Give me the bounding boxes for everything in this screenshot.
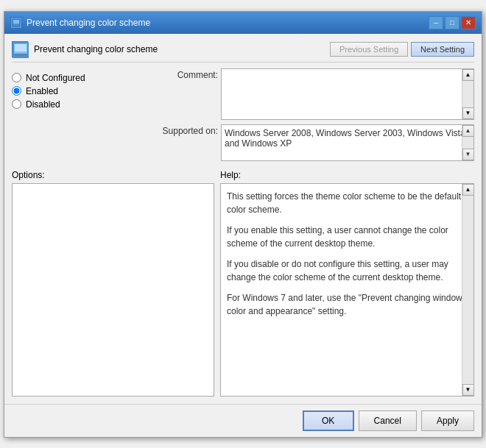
- radio-not-configured-input[interactable]: [12, 73, 21, 82]
- maximize-button[interactable]: □: [445, 16, 459, 29]
- supported-row: Supported on: Windows Server 2008, Windo…: [152, 124, 474, 161]
- header-title: Prevent changing color scheme: [34, 44, 158, 54]
- supported-track: [462, 137, 473, 149]
- radio-disabled[interactable]: Disabled: [12, 99, 152, 110]
- bottom-section: Options: Help: This setting forces the t…: [12, 170, 474, 397]
- header-left: Prevent changing color scheme: [12, 41, 158, 57]
- help-para-4: For Windows 7 and later, use the "Preven…: [227, 291, 468, 318]
- help-track: [462, 196, 473, 384]
- dialog-content: Prevent changing color scheme Previous S…: [4, 34, 482, 404]
- radio-disabled-label: Disabled: [26, 99, 60, 110]
- supported-scrollbar: ▲ ▼: [462, 125, 473, 160]
- supported-label: Supported on:: [152, 124, 218, 136]
- comment-box: ▲ ▼: [221, 68, 474, 120]
- footer: OK Cancel Apply: [4, 404, 482, 437]
- right-panel: Comment: ▲ ▼ Supported on: Windows Serve…: [152, 68, 474, 161]
- window-icon: [10, 17, 22, 29]
- help-para-3: If you disable or do not configure this …: [227, 257, 468, 284]
- titlebar-left: Prevent changing color scheme: [10, 17, 150, 29]
- help-para-1: This setting forces the theme color sche…: [227, 190, 468, 216]
- scroll-down-btn[interactable]: ▼: [462, 107, 474, 119]
- main-area: Not Configured Enabled Disabled Comment:: [12, 68, 474, 161]
- minimize-button[interactable]: –: [429, 16, 443, 29]
- supported-scroll-up[interactable]: ▲: [462, 125, 474, 137]
- next-setting-button[interactable]: Next Setting: [411, 42, 474, 57]
- scroll-track: [462, 81, 473, 107]
- comment-row: Comment: ▲ ▼: [152, 68, 474, 120]
- radio-disabled-input[interactable]: [12, 99, 21, 109]
- window-title: Prevent changing color scheme: [27, 18, 150, 28]
- policy-icon: [12, 41, 28, 57]
- radio-enabled[interactable]: Enabled: [12, 86, 152, 96]
- help-panel: Help: This setting forces the theme colo…: [220, 170, 474, 397]
- main-window: Prevent changing color scheme – □ ✕ Prev…: [4, 11, 482, 438]
- svg-rect-5: [15, 54, 26, 56]
- apply-button[interactable]: Apply: [421, 410, 474, 431]
- help-para-2: If you enable this setting, a user canno…: [227, 224, 468, 250]
- close-button[interactable]: ✕: [461, 16, 476, 29]
- radio-group: Not Configured Enabled Disabled: [12, 68, 152, 114]
- titlebar-controls: – □ ✕: [429, 16, 476, 29]
- ok-button[interactable]: OK: [303, 410, 354, 431]
- svg-rect-1: [13, 20, 19, 24]
- titlebar: Prevent changing color scheme – □ ✕: [4, 12, 482, 34]
- options-box: [12, 183, 214, 397]
- help-box: This setting forces the theme color sche…: [220, 183, 474, 397]
- header-buttons: Previous Setting Next Setting: [330, 42, 474, 57]
- help-scrollbar: ▲ ▼: [462, 184, 473, 396]
- supported-box: Windows Server 2008, Windows Server 2003…: [221, 124, 474, 161]
- radio-enabled-input[interactable]: [12, 86, 21, 96]
- radio-not-configured[interactable]: Not Configured: [12, 73, 152, 83]
- cancel-button[interactable]: Cancel: [359, 410, 417, 431]
- help-label: Help:: [220, 170, 474, 180]
- supported-value: Windows Server 2008, Windows Server 2003…: [225, 128, 471, 149]
- comment-label: Comment:: [152, 68, 218, 80]
- supported-scroll-down[interactable]: ▼: [462, 149, 474, 160]
- previous-setting-button[interactable]: Previous Setting: [330, 42, 408, 57]
- scroll-up-btn[interactable]: ▲: [462, 69, 474, 81]
- svg-rect-4: [15, 44, 27, 51]
- options-panel: Options:: [12, 170, 214, 397]
- help-scroll-down[interactable]: ▼: [462, 384, 474, 396]
- left-panel: Not Configured Enabled Disabled: [12, 68, 152, 161]
- options-label: Options:: [12, 170, 214, 180]
- comment-scrollbar: ▲ ▼: [462, 69, 473, 119]
- help-content: This setting forces the theme color sche…: [221, 184, 473, 331]
- radio-not-configured-label: Not Configured: [26, 73, 85, 83]
- help-scroll-up[interactable]: ▲: [462, 184, 474, 196]
- header-row: Prevent changing color scheme Previous S…: [12, 41, 474, 63]
- radio-enabled-label: Enabled: [26, 86, 58, 96]
